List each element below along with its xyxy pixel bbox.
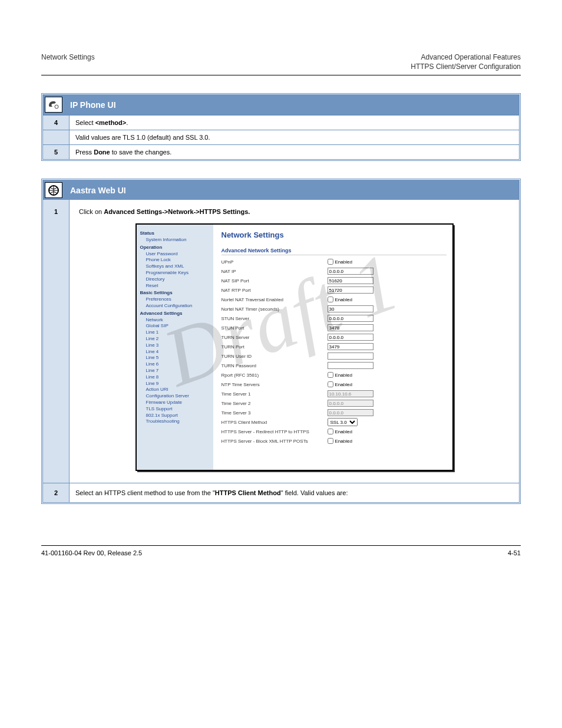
- menu-item[interactable]: Configuration Server: [140, 393, 210, 400]
- menu-item[interactable]: User Password: [140, 251, 210, 258]
- text-input[interactable]: [328, 286, 373, 294]
- menu-item[interactable]: Line 9: [140, 381, 210, 387]
- field-row: STUN Port: [222, 324, 447, 332]
- checkbox-label: Enabled: [335, 373, 352, 378]
- field-row: HTTPS Server - Redirect HTTP to HTTPSEna…: [222, 427, 447, 436]
- menu-item[interactable]: 802.1x Support: [140, 413, 210, 419]
- menu-item[interactable]: Line 7: [140, 368, 210, 374]
- web-ui-title: Aastra Web UI: [64, 182, 132, 199]
- menu-item[interactable]: TLS Support: [140, 406, 210, 413]
- step-note-blank: [43, 130, 70, 144]
- panel-subhead: Advanced Network Settings: [222, 248, 447, 255]
- menu-item[interactable]: Global SIP: [140, 323, 210, 330]
- menu-item[interactable]: Softkeys and XML: [140, 263, 210, 270]
- field-row: NAT RTP Port: [222, 286, 447, 294]
- web-step-content: Click on Advanced Settings->Network->HTT…: [70, 200, 519, 483]
- panel-title: Network Settings: [222, 230, 447, 239]
- checkbox[interactable]: [328, 372, 333, 378]
- text-input[interactable]: [328, 343, 373, 350]
- web-step2-num: 2: [43, 483, 70, 502]
- checkbox-label: Enabled: [335, 439, 352, 444]
- menu-item[interactable]: System Information: [140, 237, 210, 243]
- phone-ui-title: IP Phone UI: [64, 97, 122, 113]
- field-row: Time Server 3: [222, 409, 447, 417]
- phone-ui-header: IP Phone UI: [43, 95, 519, 115]
- field-label: Time Server 1: [222, 391, 328, 397]
- checkbox-label: Enabled: [335, 382, 352, 387]
- menu-item[interactable]: Line 4: [140, 349, 210, 355]
- step-text: Press Done to save the changes.: [70, 145, 519, 159]
- web-step2-text: Select an HTTPS client method to use fro…: [70, 483, 519, 502]
- menu-item[interactable]: Line 5: [140, 355, 210, 361]
- menu-item[interactable]: Directory: [140, 276, 210, 283]
- menu-operation: Operation: [140, 245, 210, 251]
- menu-item[interactable]: Line 1: [140, 330, 210, 336]
- menu-item[interactable]: Account Configuration: [140, 303, 210, 309]
- menu-item[interactable]: Firmware Update: [140, 400, 210, 406]
- text-input[interactable]: [328, 324, 373, 331]
- field-row: Rport (RFC 3581)Enabled: [222, 371, 447, 379]
- field-label: STUN Server: [222, 316, 328, 321]
- step-row: 4 Select <method>.: [43, 115, 519, 130]
- page-header: Network Settings Advanced Operational Fe…: [41, 53, 521, 75]
- field-row: Nortel NAT Timer (seconds): [222, 305, 447, 313]
- step-note-row: Valid values are TLS 1.0 (default) and S…: [43, 130, 519, 144]
- field-row: NAT SIP Port: [222, 276, 447, 285]
- text-input[interactable]: [328, 353, 373, 360]
- web-ui-header: Aastra Web UI: [43, 180, 519, 200]
- field-label: Rport (RFC 3581): [222, 373, 328, 378]
- text-input[interactable]: [328, 268, 373, 275]
- menu-item[interactable]: Reset: [140, 283, 210, 289]
- field-label: Nortel NAT Traversal Enabled: [222, 297, 328, 302]
- checkbox[interactable]: [328, 259, 333, 265]
- text-input: [328, 409, 373, 416]
- field-label: NAT RTP Port: [222, 288, 328, 293]
- select-input[interactable]: SSL 3.0: [328, 418, 358, 426]
- web-step2-row: 2 Select an HTTPS client method to use f…: [43, 483, 519, 502]
- menu-item[interactable]: Troubleshooting: [140, 419, 210, 425]
- field-row: NAT IP: [222, 267, 447, 275]
- field-row: Time Server 2: [222, 399, 447, 407]
- checkbox-label: Enabled: [335, 297, 352, 302]
- field-row: HTTPS Server - Block XML HTTP POSTsEnabl…: [222, 437, 447, 445]
- field-row: Nortel NAT Traversal EnabledEnabled: [222, 295, 447, 304]
- field-label: STUN Port: [222, 325, 328, 331]
- field-label: HTTPS Server - Block XML HTTP POSTs: [222, 439, 328, 444]
- menu-item[interactable]: Phone Lock: [140, 257, 210, 263]
- phone-icon: [45, 97, 62, 113]
- menu-item[interactable]: Programmable Keys: [140, 270, 210, 276]
- web-step1-text: Click on Advanced Settings->Network->HTT…: [79, 208, 510, 215]
- text-input[interactable]: [328, 277, 373, 284]
- menu-item[interactable]: Line 6: [140, 361, 210, 368]
- field-label: NAT SIP Port: [222, 278, 328, 284]
- menu-item[interactable]: Line 8: [140, 374, 210, 381]
- menu-advanced: Advanced Settings: [140, 311, 210, 317]
- field-row: NTP Time ServersEnabled: [222, 380, 447, 388]
- checkbox[interactable]: [328, 429, 333, 434]
- step-row: 5 Press Done to save the changes.: [43, 144, 519, 159]
- menu-item[interactable]: Preferences: [140, 297, 210, 303]
- menu-status: Status: [140, 230, 210, 237]
- field-row: TURN Password: [222, 361, 447, 370]
- footer-left: 41-001160-04 Rev 00, Release 2.5: [41, 549, 142, 556]
- menu-item[interactable]: Action URI: [140, 387, 210, 393]
- checkbox[interactable]: [328, 381, 333, 387]
- text-input[interactable]: [328, 362, 373, 369]
- field-label: UPnP: [222, 259, 328, 265]
- menu-item[interactable]: Network: [140, 317, 210, 324]
- web-ui-card: Aastra Web UI 1 Click on Advanced Settin…: [41, 179, 521, 504]
- page-footer: 41-001160-04 Rev 00, Release 2.5 4-51: [41, 545, 521, 556]
- step-num: 4: [43, 116, 70, 130]
- field-row: TURN User ID: [222, 352, 447, 360]
- checkbox[interactable]: [328, 297, 333, 302]
- checkbox[interactable]: [328, 438, 333, 444]
- phone-ui-card: IP Phone UI 4 Select <method>. Valid val…: [41, 93, 521, 161]
- field-row: TURN Server: [222, 333, 447, 341]
- menu-item[interactable]: Line 3: [140, 342, 210, 349]
- menu-basic: Basic Settings: [140, 290, 210, 297]
- menu-item[interactable]: Line 2: [140, 336, 210, 342]
- text-input[interactable]: [328, 305, 373, 312]
- text-input[interactable]: [328, 334, 373, 341]
- text-input[interactable]: [328, 315, 373, 322]
- footer-right: 4-51: [508, 549, 521, 556]
